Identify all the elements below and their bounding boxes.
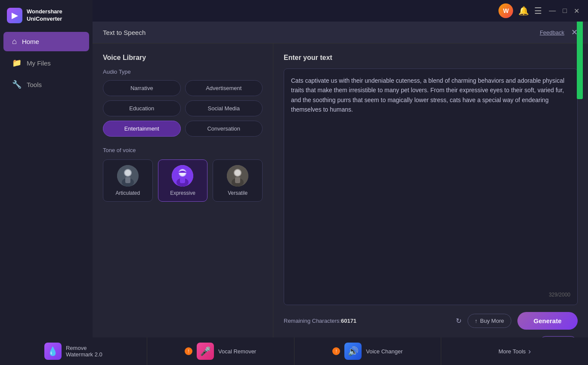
tool-vocal-remover[interactable]: ! 🎤 Vocal Remover [147,337,294,365]
generate-button[interactable]: Generate [517,312,578,330]
app-logo-icon: ▶ [7,8,22,23]
audio-type-grid: Narrative Advertisement Education Social… [103,80,263,137]
tone-label-versatile: Versatile [228,190,248,196]
svg-rect-9 [180,177,185,183]
tool-more-tools[interactable]: More Tools › [441,337,588,365]
logo-area: ▶ Wondershare UniConverter [0,0,93,31]
tool-label-voice-changer: Voice Changer [366,348,402,355]
svg-point-3 [125,170,131,176]
sidebar-item-tools[interactable]: 🔧 Tools [3,75,89,94]
svg-rect-4 [125,177,130,183]
tone-label-expressive: Expressive [170,190,195,196]
content-area: Voice Library Audio Type Narrative Adver… [93,44,588,365]
tool-remove-watermark[interactable]: 💧 RemoveWatermark 2.0 [0,337,147,365]
voice-changer-icon: 🔊 [344,343,362,360]
user-avatar[interactable]: W [498,3,513,18]
home-icon: ⌂ [12,37,17,46]
app-name: UniConverter [27,16,62,23]
char-count: 329/2000 [291,292,570,298]
right-panel: Enter your text Cats captivate us with t… [273,44,588,365]
remaining-count: 60171 [341,318,356,324]
modal-title: Text to Speech [103,29,145,36]
buy-more-icon: ↑ [475,318,478,324]
sidebar-item-label-myfiles: My Files [27,59,51,67]
more-tools-label: More Tools › [498,347,531,356]
audio-type-social-media[interactable]: Social Media [185,100,263,116]
tool-voice-changer[interactable]: ! 🔊 Voice Changer [294,337,442,365]
text-input-wrapper: Cats captivate us with their undeniable … [284,69,578,305]
bottom-toolbar: 💧 RemoveWatermark 2.0 ! 🎤 Vocal Remover … [0,337,588,365]
tone-articulated[interactable]: Articulated [103,159,153,202]
tool-label-remove-watermark: RemoveWatermark 2.0 [66,345,102,358]
tone-grid: Articulated Expressive [103,159,263,202]
text-area-title: Enter your text [284,54,578,62]
close-window-button[interactable]: ✕ [574,7,579,15]
voice-library-title: Voice Library [103,54,263,62]
tone-label-articulated: Articulated [115,190,140,196]
topbar: W 🔔 ☰ — □ ✕ [93,0,588,22]
buy-more-button[interactable]: ↑ Buy More [467,314,511,328]
app-logo-text: Wondershare UniConverter [27,8,62,23]
refresh-icon[interactable]: ↻ [456,317,461,325]
tools-icon: 🔧 [12,80,22,89]
generate-row: Remaining Characters:60171 ↻ ↑ Buy More … [284,312,578,330]
vocal-remover-icon: 🎤 [197,343,214,360]
audio-type-narrative[interactable]: Narrative [103,80,181,96]
tool-label-vocal-remover: Vocal Remover [218,348,256,355]
modal-header: Text to Speech Feedback ✕ [93,22,588,44]
feedback-link[interactable]: Feedback [540,29,564,36]
audio-type-advertisement[interactable]: Advertisement [185,80,263,96]
remove-watermark-icon: 💧 [44,343,62,360]
svg-point-13 [235,170,241,176]
menu-icon[interactable]: ☰ [534,6,542,16]
tone-avatar-expressive [172,165,193,187]
audio-type-conversation[interactable]: Conversation [185,121,263,137]
vocal-remover-badge: ! [185,347,192,355]
tone-versatile[interactable]: Versatile [213,159,263,202]
main-panel: Text to Speech Feedback ✕ Voice Library … [93,22,588,365]
notification-icon[interactable]: 🔔 [518,6,529,16]
sidebar-item-myfiles[interactable]: 📁 My Files [3,53,89,73]
audio-type-entertainment[interactable]: Entertainment [103,121,181,137]
tone-avatar-versatile [227,165,248,187]
tone-of-voice-title: Tone of voice [103,147,263,153]
green-accent-bar [577,22,583,99]
remaining-label: Remaining Characters: [284,318,341,324]
tone-avatar-articulated [117,165,139,187]
remaining-chars: Remaining Characters:60171 [284,318,450,324]
audio-type-title: Audio Type [103,69,263,75]
tone-expressive[interactable]: Expressive [158,159,208,202]
voice-changer-badge: ! [332,347,340,355]
brand-name: Wondershare [27,8,62,16]
sidebar-item-label-home: Home [22,38,39,45]
sidebar: ▶ Wondershare UniConverter ⌂ Home 📁 My F… [0,0,93,365]
text-input[interactable]: Cats captivate us with their undeniable … [291,76,570,288]
files-icon: 📁 [12,58,22,68]
svg-rect-14 [235,177,240,183]
buy-more-label: Buy More [480,318,504,324]
modal-header-right: Feedback ✕ [540,28,578,37]
minimize-button[interactable]: — [549,7,556,15]
maximize-button[interactable]: □ [563,7,567,15]
left-panel: Voice Library Audio Type Narrative Adver… [93,44,273,365]
sidebar-item-home[interactable]: ⌂ Home [3,32,89,51]
sidebar-item-label-tools: Tools [27,81,42,88]
audio-type-education[interactable]: Education [103,100,181,116]
chevron-right-icon: › [528,347,531,356]
